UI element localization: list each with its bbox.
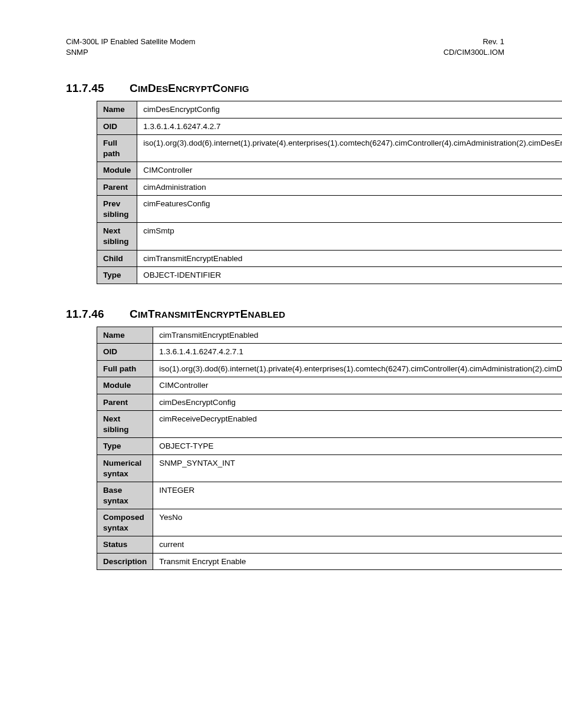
row-value: OBJECT-IDENTIFIER xyxy=(137,267,562,284)
row-label: Module xyxy=(97,162,137,179)
row-value: cimDesEncryptConfig xyxy=(137,101,562,118)
header-subtitle: SNMP xyxy=(66,47,196,58)
row-value: 1.3.6.1.4.1.6247.4.2.7.1 xyxy=(153,344,562,361)
section-1-title: CIMDESENCRYPTCONFIG xyxy=(130,82,249,94)
row-value: cimTransmitEncryptEnabled xyxy=(153,327,562,344)
table-row: ParentcimDesEncryptConfig xyxy=(97,394,563,411)
row-label: Type xyxy=(97,267,137,284)
table-row: ChildcimTransmitEncryptEnabled xyxy=(97,250,563,267)
table-row: Next siblingcimReceiveDecryptEnabled xyxy=(97,411,563,438)
row-label: Name xyxy=(97,327,153,344)
table-row: Composed syntaxYesNo xyxy=(97,509,563,536)
table-row: ParentcimAdministration xyxy=(97,179,563,196)
row-value: Transmit Encrypt Enable xyxy=(153,553,562,570)
row-label: Numerical syntax xyxy=(97,455,153,482)
table-row: TypeOBJECT-TYPE xyxy=(97,438,563,455)
row-label: Type xyxy=(97,438,153,455)
row-label: Parent xyxy=(97,179,137,196)
row-label: OID xyxy=(97,344,153,361)
row-value: YesNo xyxy=(153,509,562,536)
section-1-tbody: NamecimDesEncryptConfigOID1.3.6.1.4.1.62… xyxy=(97,101,563,284)
row-value: current xyxy=(153,536,562,554)
section-2-table: NamecimTransmitEncryptEnabledOID1.3.6.1.… xyxy=(97,327,562,571)
section-2-title: CIMTRANSMITENCRYPTENABLED xyxy=(130,308,285,320)
row-value: cimSmtp xyxy=(137,223,562,250)
page-header: CiM-300L IP Enabled Satellite Modem SNMP… xyxy=(66,37,504,57)
section-2-heading: 11.7.46CIMTRANSMITENCRYPTENABLED xyxy=(66,308,504,321)
table-row: NamecimDesEncryptConfig xyxy=(97,101,563,118)
row-value: cimReceiveDecryptEnabled xyxy=(153,411,562,438)
header-right: Rev. 1 CD/CIM300L.IOM xyxy=(444,37,504,57)
row-value: cimDesEncryptConfig xyxy=(153,394,562,411)
row-label: Next sibling xyxy=(97,223,137,250)
row-label: Status xyxy=(97,536,153,554)
row-value: cimAdministration xyxy=(137,179,562,196)
row-label: Description xyxy=(97,553,153,570)
row-label: Module xyxy=(97,377,153,394)
table-row: Statuscurrent xyxy=(97,536,563,554)
table-row: Next siblingcimSmtp xyxy=(97,223,563,250)
row-value: iso(1).org(3).dod(6).internet(1).private… xyxy=(153,360,562,377)
row-value: CIMController xyxy=(153,377,562,394)
row-label: OID xyxy=(97,118,137,135)
row-value: CIMController xyxy=(137,162,562,179)
row-value: iso(1).org(3).dod(6).internet(1).private… xyxy=(137,135,562,162)
row-value: SNMP_SYNTAX_INT xyxy=(153,455,562,482)
section-1: 11.7.45CIMDESENCRYPTCONFIG NamecimDesEnc… xyxy=(66,82,504,284)
table-row: Prev siblingcimFeaturesConfig xyxy=(97,196,563,223)
table-row: ModuleCIMController xyxy=(97,162,563,179)
table-row: NamecimTransmitEncryptEnabled xyxy=(97,327,563,344)
table-row: Base syntaxINTEGER xyxy=(97,482,563,509)
table-row: OID1.3.6.1.4.1.6247.4.2.7.1 xyxy=(97,344,563,361)
section-1-heading: 11.7.45CIMDESENCRYPTCONFIG xyxy=(66,82,504,95)
row-label: Full path xyxy=(97,135,137,162)
section-1-table: NamecimDesEncryptConfigOID1.3.6.1.4.1.62… xyxy=(97,101,562,284)
row-value: 1.3.6.1.4.1.6247.4.2.7 xyxy=(137,118,562,135)
table-row: Numerical syntaxSNMP_SYNTAX_INT xyxy=(97,455,563,482)
row-value: INTEGER xyxy=(153,482,562,509)
row-label: Base syntax xyxy=(97,482,153,509)
row-value: cimFeaturesConfig xyxy=(137,196,562,223)
row-label: Name xyxy=(97,101,137,118)
header-revision: Rev. 1 xyxy=(444,37,504,47)
section-1-number: 11.7.45 xyxy=(66,82,130,95)
row-label: Next sibling xyxy=(97,411,153,438)
row-label: Composed syntax xyxy=(97,509,153,536)
header-doc-id: CD/CIM300L.IOM xyxy=(444,47,504,58)
section-2-number: 11.7.46 xyxy=(66,308,130,321)
row-label: Full path xyxy=(97,360,153,377)
table-row: TypeOBJECT-IDENTIFIER xyxy=(97,267,563,284)
row-value: cimTransmitEncryptEnabled xyxy=(137,250,562,267)
row-label: Child xyxy=(97,250,137,267)
table-row: Full pathiso(1).org(3).dod(6).internet(1… xyxy=(97,135,563,162)
row-value: OBJECT-TYPE xyxy=(153,438,562,455)
header-left: CiM-300L IP Enabled Satellite Modem SNMP xyxy=(66,37,196,57)
table-row: Full pathiso(1).org(3).dod(6).internet(1… xyxy=(97,360,563,377)
table-row: DescriptionTransmit Encrypt Enable xyxy=(97,553,563,570)
table-row: ModuleCIMController xyxy=(97,377,563,394)
header-product-title: CiM-300L IP Enabled Satellite Modem xyxy=(66,37,196,47)
section-2: 11.7.46CIMTRANSMITENCRYPTENABLED Namecim… xyxy=(66,308,504,571)
document-page: CiM-300L IP Enabled Satellite Modem SNMP… xyxy=(0,0,562,728)
section-2-tbody: NamecimTransmitEncryptEnabledOID1.3.6.1.… xyxy=(97,327,563,570)
table-row: OID1.3.6.1.4.1.6247.4.2.7 xyxy=(97,118,563,135)
row-label: Prev sibling xyxy=(97,196,137,223)
row-label: Parent xyxy=(97,394,153,411)
